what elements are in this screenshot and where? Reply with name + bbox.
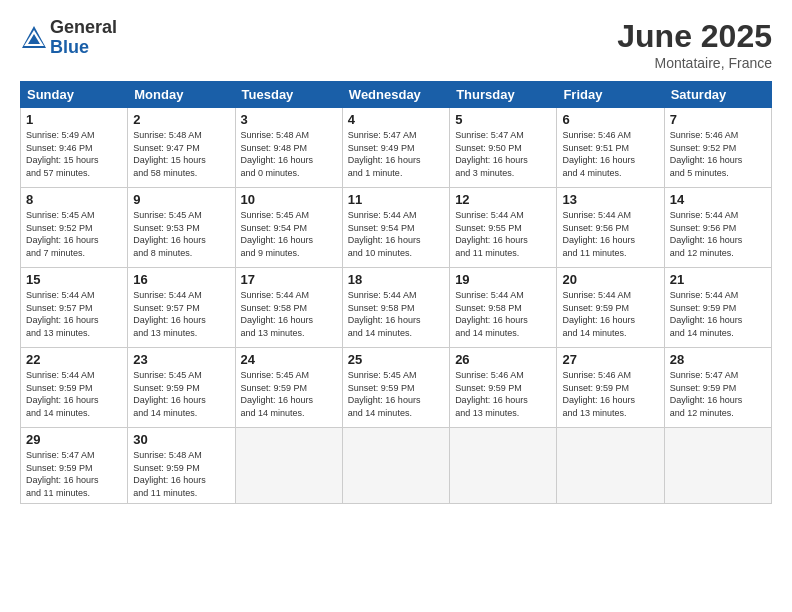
empty-2 bbox=[342, 428, 449, 504]
title-block: June 2025 Montataire, France bbox=[617, 18, 772, 71]
logo-icon bbox=[20, 24, 48, 52]
day-10: 10 Sunrise: 5:45 AMSunset: 9:54 PMDaylig… bbox=[235, 188, 342, 268]
empty-5 bbox=[664, 428, 771, 504]
day-7: 7 Sunrise: 5:46 AMSunset: 9:52 PMDayligh… bbox=[664, 108, 771, 188]
day-5: 5 Sunrise: 5:47 AMSunset: 9:50 PMDayligh… bbox=[450, 108, 557, 188]
page: General Blue June 2025 Montataire, Franc… bbox=[0, 0, 792, 612]
day-30: 30 Sunrise: 5:48 AMSunset: 9:59 PMDaylig… bbox=[128, 428, 235, 504]
week-row-1: 1 Sunrise: 5:49 AMSunset: 9:46 PMDayligh… bbox=[21, 108, 772, 188]
day-2: 2 Sunrise: 5:48 AMSunset: 9:47 PMDayligh… bbox=[128, 108, 235, 188]
day-25: 25 Sunrise: 5:45 AMSunset: 9:59 PMDaylig… bbox=[342, 348, 449, 428]
day-6: 6 Sunrise: 5:46 AMSunset: 9:51 PMDayligh… bbox=[557, 108, 664, 188]
day-24: 24 Sunrise: 5:45 AMSunset: 9:59 PMDaylig… bbox=[235, 348, 342, 428]
day-15: 15 Sunrise: 5:44 AMSunset: 9:57 PMDaylig… bbox=[21, 268, 128, 348]
day-19: 19 Sunrise: 5:44 AMSunset: 9:58 PMDaylig… bbox=[450, 268, 557, 348]
day-23: 23 Sunrise: 5:45 AMSunset: 9:59 PMDaylig… bbox=[128, 348, 235, 428]
weekday-header-row: Sunday Monday Tuesday Wednesday Thursday… bbox=[21, 82, 772, 108]
header-tuesday: Tuesday bbox=[235, 82, 342, 108]
day-22: 22 Sunrise: 5:44 AMSunset: 9:59 PMDaylig… bbox=[21, 348, 128, 428]
day-9: 9 Sunrise: 5:45 AMSunset: 9:53 PMDayligh… bbox=[128, 188, 235, 268]
calendar: Sunday Monday Tuesday Wednesday Thursday… bbox=[20, 81, 772, 504]
day-28: 28 Sunrise: 5:47 AMSunset: 9:59 PMDaylig… bbox=[664, 348, 771, 428]
header-sunday: Sunday bbox=[21, 82, 128, 108]
header-monday: Monday bbox=[128, 82, 235, 108]
header-friday: Friday bbox=[557, 82, 664, 108]
empty-1 bbox=[235, 428, 342, 504]
day-12: 12 Sunrise: 5:44 AMSunset: 9:55 PMDaylig… bbox=[450, 188, 557, 268]
week-row-2: 8 Sunrise: 5:45 AMSunset: 9:52 PMDayligh… bbox=[21, 188, 772, 268]
day-26: 26 Sunrise: 5:46 AMSunset: 9:59 PMDaylig… bbox=[450, 348, 557, 428]
day-27: 27 Sunrise: 5:46 AMSunset: 9:59 PMDaylig… bbox=[557, 348, 664, 428]
week-row-3: 15 Sunrise: 5:44 AMSunset: 9:57 PMDaylig… bbox=[21, 268, 772, 348]
day-8: 8 Sunrise: 5:45 AMSunset: 9:52 PMDayligh… bbox=[21, 188, 128, 268]
logo-text: General Blue bbox=[50, 18, 117, 58]
week-row-5: 29 Sunrise: 5:47 AMSunset: 9:59 PMDaylig… bbox=[21, 428, 772, 504]
day-20: 20 Sunrise: 5:44 AMSunset: 9:59 PMDaylig… bbox=[557, 268, 664, 348]
day-11: 11 Sunrise: 5:44 AMSunset: 9:54 PMDaylig… bbox=[342, 188, 449, 268]
header-wednesday: Wednesday bbox=[342, 82, 449, 108]
location: Montataire, France bbox=[617, 55, 772, 71]
logo-blue: Blue bbox=[50, 38, 117, 58]
day-21: 21 Sunrise: 5:44 AMSunset: 9:59 PMDaylig… bbox=[664, 268, 771, 348]
day-13: 13 Sunrise: 5:44 AMSunset: 9:56 PMDaylig… bbox=[557, 188, 664, 268]
day-29: 29 Sunrise: 5:47 AMSunset: 9:59 PMDaylig… bbox=[21, 428, 128, 504]
day-3: 3 Sunrise: 5:48 AMSunset: 9:48 PMDayligh… bbox=[235, 108, 342, 188]
logo-general: General bbox=[50, 18, 117, 38]
day-4: 4 Sunrise: 5:47 AMSunset: 9:49 PMDayligh… bbox=[342, 108, 449, 188]
day-18: 18 Sunrise: 5:44 AMSunset: 9:58 PMDaylig… bbox=[342, 268, 449, 348]
day-1: 1 Sunrise: 5:49 AMSunset: 9:46 PMDayligh… bbox=[21, 108, 128, 188]
header-thursday: Thursday bbox=[450, 82, 557, 108]
header: General Blue June 2025 Montataire, Franc… bbox=[20, 18, 772, 71]
empty-3 bbox=[450, 428, 557, 504]
day-14: 14 Sunrise: 5:44 AMSunset: 9:56 PMDaylig… bbox=[664, 188, 771, 268]
day-17: 17 Sunrise: 5:44 AMSunset: 9:58 PMDaylig… bbox=[235, 268, 342, 348]
header-saturday: Saturday bbox=[664, 82, 771, 108]
day-16: 16 Sunrise: 5:44 AMSunset: 9:57 PMDaylig… bbox=[128, 268, 235, 348]
empty-4 bbox=[557, 428, 664, 504]
month-title: June 2025 bbox=[617, 18, 772, 55]
week-row-4: 22 Sunrise: 5:44 AMSunset: 9:59 PMDaylig… bbox=[21, 348, 772, 428]
logo: General Blue bbox=[20, 18, 117, 58]
